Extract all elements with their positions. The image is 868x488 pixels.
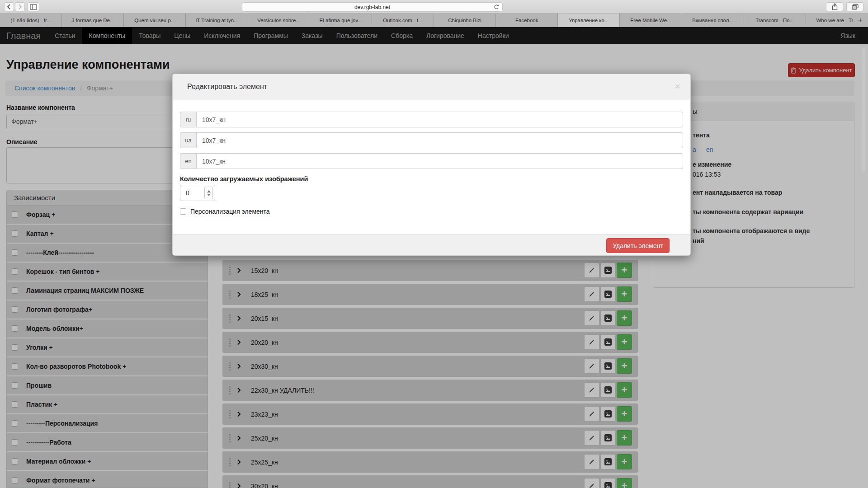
modal-footer: Удалить элемент — [173, 234, 690, 256]
tab-title: Вживання спол... — [692, 18, 733, 23]
browser-tab[interactable]: Versículos sobre... — [248, 14, 310, 27]
tab-title: Quem viu seu p... — [134, 18, 175, 23]
browser-tab[interactable]: (1 não lidos) - fr... — [0, 14, 62, 27]
tab-title: Who we are - Tr... — [816, 18, 858, 23]
qty-images-input[interactable]: 0 — [180, 185, 215, 201]
tabs-overview-button[interactable] — [846, 2, 863, 11]
plus-icon: + — [858, 16, 862, 24]
browser-tab[interactable]: El afirma que jov... — [310, 14, 372, 27]
browser-tab[interactable]: Chiquinho Bizi — [434, 14, 496, 27]
language-field-group: en — [180, 153, 683, 169]
browser-tab[interactable]: Transcom - По... — [744, 14, 806, 27]
language-field-group: ru — [180, 112, 683, 127]
element-name-input[interactable] — [196, 112, 683, 127]
share-icon — [832, 3, 838, 10]
back-chevron-icon — [7, 4, 11, 10]
sidebar-toggle-button[interactable] — [27, 2, 39, 11]
close-icon[interactable]: × — [675, 81, 680, 92]
tab-title: El afirma que jov... — [320, 18, 362, 23]
personalization-option[interactable]: Персонализация элемента — [180, 208, 270, 215]
tab-title: Free Mobile We... — [630, 18, 671, 23]
delete-element-button[interactable]: Удалить элемент — [606, 238, 670, 253]
qty-images-label: Количество загружаемых изображений — [180, 175, 308, 183]
browser-tab[interactable]: Вживання спол... — [682, 14, 744, 27]
sidebar-icon — [30, 4, 37, 10]
url-text: dev.rgb-lab.net — [354, 4, 390, 10]
browser-tab[interactable]: Facebook — [496, 14, 558, 27]
edit-element-modal: Редактировать элемент × ru ua en Количес… — [172, 74, 691, 256]
tabs-overview-icon — [852, 4, 859, 10]
browser-tab[interactable]: Free Mobile We... — [620, 14, 682, 27]
language-field-group: ua — [180, 132, 683, 148]
browser-tab[interactable]: Quem viu seu p... — [124, 14, 186, 27]
stepper-up-icon[interactable] — [207, 190, 211, 192]
tab-title: Facebook — [515, 18, 538, 23]
tab-title: Versículos sobre... — [257, 18, 300, 23]
tab-title: Управление ко... — [569, 18, 609, 23]
browser-tab[interactable]: 3 formas que De... — [62, 14, 124, 27]
number-stepper[interactable] — [204, 187, 213, 199]
personalization-checkbox[interactable] — [180, 208, 186, 215]
language-code-addon: en — [180, 153, 196, 169]
browser-toolbar: dev.rgb-lab.net — [0, 0, 868, 14]
tab-title: Outlook.com - t... — [383, 18, 423, 23]
language-code-addon: ua — [180, 132, 196, 148]
modal-title: Редактировать элемент — [187, 83, 267, 91]
tab-title: (1 não lidos) - fr... — [10, 18, 51, 23]
browser-tab[interactable]: Outlook.com - t... — [372, 14, 434, 27]
tab-title: Chiquinho Bizi — [448, 18, 481, 23]
forward-chevron-icon — [18, 4, 22, 10]
reload-icon[interactable] — [493, 4, 500, 10]
stepper-down-icon[interactable] — [207, 194, 211, 196]
element-name-input[interactable] — [196, 132, 683, 148]
browser-tab[interactable]: Управление ко... — [558, 14, 620, 27]
tab-title: Transcom - По... — [755, 18, 794, 23]
share-button[interactable] — [826, 2, 843, 11]
tab-title: IT Training at lyn... — [195, 18, 238, 23]
browser-tab[interactable]: IT Training at lyn... — [186, 14, 248, 27]
language-code-addon: ru — [180, 112, 196, 127]
new-tab-button[interactable]: + — [853, 14, 868, 27]
tab-bar: (1 não lidos) - fr... 3 formas que De...… — [0, 14, 868, 27]
qty-images-value: 0 — [180, 189, 204, 197]
delete-element-label: Удалить элемент — [613, 242, 663, 249]
tab-title: 3 formas que De... — [71, 18, 114, 23]
element-name-input[interactable] — [196, 153, 683, 169]
back-button[interactable] — [4, 2, 14, 11]
forward-button[interactable] — [15, 2, 25, 11]
personalization-label: Персонализация элемента — [190, 208, 270, 215]
page-scrollbar-thumb[interactable] — [862, 47, 865, 172]
modal-header: Редактировать элемент × — [173, 74, 690, 100]
address-bar[interactable]: dev.rgb-lab.net — [242, 2, 503, 12]
